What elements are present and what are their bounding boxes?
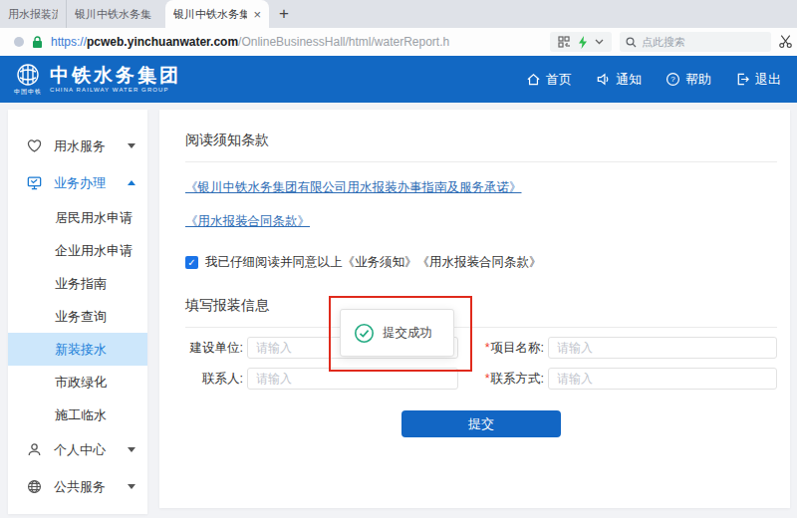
header-nav: 首页 通知 ? 帮助 退出 — [526, 56, 781, 103]
sidebar-item-label: 个人中心 — [54, 441, 128, 459]
speaker-icon — [596, 72, 611, 87]
lock-icon — [32, 36, 43, 49]
nav-notifications[interactable]: 通知 — [596, 71, 642, 89]
sidebar-item-personal-center[interactable]: 个人中心 — [8, 431, 147, 468]
sidebar-item-label: 公共服务 — [54, 478, 128, 496]
sidebar-menu: 用水服务 业务办理 居民用水申请 企业用水申请 业务指南 业务查询 新装接水 市… — [8, 110, 147, 514]
chevron-down-icon[interactable] — [595, 39, 604, 45]
chevron-down-icon — [128, 484, 135, 489]
globe-icon — [26, 478, 43, 495]
sidebar-item-label: 业务办理 — [54, 174, 128, 192]
brand-title: 中铁水务集团 — [50, 66, 181, 86]
screenshot-scissors-icon[interactable] — [778, 34, 793, 49]
contact-person-label: 联系人: — [185, 371, 243, 388]
tab-water-install-process[interactable]: 用水报装流程_ — [0, 0, 66, 28]
agree-checkbox[interactable]: ✓ — [185, 256, 198, 269]
link-contract-terms[interactable]: 《用水报装合同条款》 — [185, 213, 310, 230]
emblem-caption: 中国中铁 — [14, 88, 42, 97]
required-mark: * — [485, 372, 490, 386]
chevron-down-icon — [128, 143, 135, 148]
qr-code-icon[interactable] — [558, 36, 570, 48]
sidebar-subitem-enterprise-water-application[interactable]: 企业用水申请 — [8, 234, 147, 267]
required-mark: * — [485, 341, 490, 355]
chevron-up-icon — [128, 180, 135, 185]
new-tab-button[interactable]: + — [269, 0, 299, 28]
browser-tab-bar: 用水报装流程_ 银川中铁水务集 银川中铁水务集 × + — [0, 0, 797, 28]
brand-subtitle: CHINA RAILWAY WATER GROUP — [50, 87, 181, 93]
installation-form: 建设单位: *项目名称: 联系人: *联系方式: 提交 — [185, 337, 777, 437]
browser-search-box[interactable] — [620, 32, 771, 52]
nav-help[interactable]: ? 帮助 — [665, 71, 711, 89]
nav-logout[interactable]: 退出 — [735, 71, 781, 89]
project-name-input[interactable] — [548, 337, 777, 359]
agreement-row: ✓ 我已仔细阅读并同意以上《业务须知》《用水报装合同条款》 — [185, 254, 777, 271]
sidebar-item-public-services[interactable]: 公共服务 — [8, 468, 147, 505]
nav-label: 通知 — [616, 71, 642, 89]
brand: 中国中铁 中铁水务集团 CHINA RAILWAY WATER GROUP — [14, 63, 181, 97]
url-scheme: https:// — [51, 35, 87, 49]
notice-section-title: 阅读须知条款 — [185, 110, 777, 149]
home-icon — [526, 72, 541, 87]
project-name-label: *项目名称: — [468, 340, 544, 357]
search-input[interactable] — [642, 36, 759, 48]
sidebar-subitem-municipal-greening[interactable]: 市政绿化 — [8, 366, 147, 399]
nav-home[interactable]: 首页 — [526, 71, 572, 89]
tab-close-icon[interactable]: × — [253, 8, 261, 21]
chevron-down-icon — [128, 447, 135, 452]
sidebar-subitem-new-water-connection[interactable]: 新装接水 — [8, 333, 147, 366]
divider — [185, 327, 777, 328]
url-tools-group — [550, 32, 612, 52]
sidebar-item-label: 用水服务 — [54, 137, 128, 155]
tab-yinchuan-water-1[interactable]: 银川中铁水务集 — [66, 0, 165, 28]
nav-label: 帮助 — [685, 71, 711, 89]
success-toast: 提交成功 — [340, 309, 454, 357]
heart-icon — [26, 137, 43, 154]
browser-url-bar: https://pcweb.yinchuanwater.com/OnlineBu… — [0, 28, 797, 56]
toast-message: 提交成功 — [383, 325, 432, 342]
app-header: 中国中铁 中铁水务集团 CHINA RAILWAY WATER GROUP 首页… — [0, 56, 797, 103]
tab-yinchuan-water-2-active[interactable]: 银川中铁水务集 × — [165, 0, 269, 28]
sidebar-subitem-construction-temp-water[interactable]: 施工临水 — [8, 399, 147, 431]
tab-label: 银川中铁水务集 — [173, 7, 247, 22]
form-row: 联系人: *联系方式: — [185, 368, 777, 390]
nav-label: 退出 — [755, 71, 781, 89]
lightning-icon[interactable] — [578, 36, 588, 49]
sidebar-subitem-business-guide[interactable]: 业务指南 — [8, 267, 147, 300]
monitor-icon — [26, 174, 43, 191]
sidebar-item-business-handling[interactable]: 业务办理 — [8, 164, 147, 201]
agree-label: 我已仔细阅读并同意以上《业务须知》《用水报装合同条款》 — [205, 254, 542, 271]
main-content: 阅读须知条款 《银川中铁水务集团有限公司用水报装办事指南及服务承诺》 《用水报装… — [159, 110, 790, 508]
logout-icon — [735, 72, 750, 87]
contact-method-input[interactable] — [548, 368, 777, 390]
sidebar-subitem-business-query[interactable]: 业务查询 — [8, 300, 147, 333]
tab-label: 银川中铁水务集 — [75, 7, 157, 22]
nav-label: 首页 — [546, 71, 572, 89]
submit-button[interactable]: 提交 — [401, 410, 561, 437]
sidebar-subitem-resident-water-application[interactable]: 居民用水申请 — [8, 201, 147, 234]
tab-label: 用水报装流程_ — [8, 7, 58, 22]
form-row: 建设单位: *项目名称: — [185, 337, 777, 359]
contact-method-label: *联系方式: — [468, 371, 544, 388]
svg-text:?: ? — [670, 75, 675, 84]
form-section-title: 填写报装信息 — [185, 271, 777, 315]
site-favicon — [14, 37, 24, 47]
construction-unit-label: 建设单位: — [185, 340, 243, 357]
user-icon — [26, 441, 43, 458]
contact-person-input[interactable] — [247, 368, 458, 390]
address-url[interactable]: https://pcweb.yinchuanwater.com/OnlineBu… — [51, 35, 449, 49]
url-domain: pcweb.yinchuanwater.com — [87, 35, 238, 49]
sidebar-item-water-services[interactable]: 用水服务 — [8, 128, 147, 164]
help-icon: ? — [665, 72, 680, 87]
link-service-guide[interactable]: 《银川中铁水务集团有限公司用水报装办事指南及服务承诺》 — [185, 179, 522, 196]
url-path: /OnlineBusinessHall/html/waterReport.htm… — [238, 35, 449, 49]
check-circle-icon — [354, 323, 375, 344]
search-icon — [626, 37, 637, 48]
brand-logo: 中国中铁 — [14, 63, 42, 97]
divider — [185, 161, 777, 162]
